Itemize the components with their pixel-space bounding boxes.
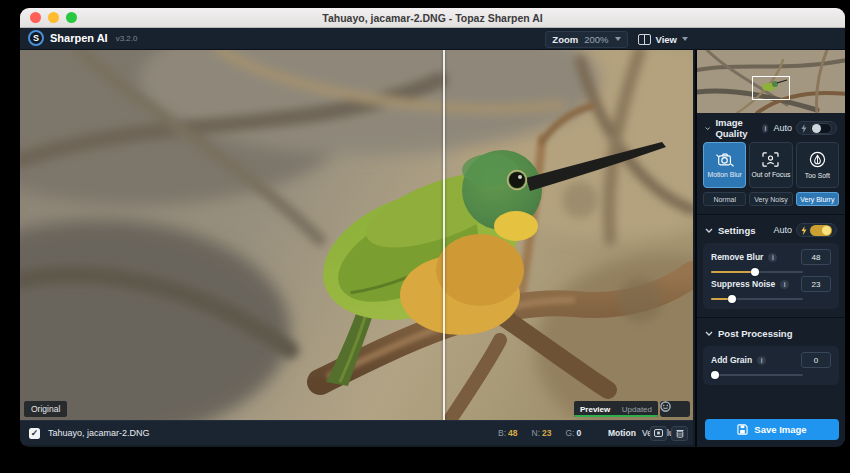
post-processing-card: Add Grain i 0 <box>703 346 839 385</box>
slider-thumb[interactable] <box>751 268 759 276</box>
lightning-icon <box>801 124 807 133</box>
image-quality-auto-toggle[interactable] <box>796 121 837 135</box>
minimize-window-button[interactable] <box>48 12 59 23</box>
view-label: View <box>656 34 677 45</box>
info-icon[interactable]: i <box>762 124 768 133</box>
close-window-button[interactable] <box>30 12 41 23</box>
app-name: Sharpen AI <box>50 32 108 44</box>
remove-blur-slider: Remove Blur i 48 <box>711 250 831 273</box>
titlebar: Tahuayo, jacamar-2.DNG - Topaz Sharpen A… <box>20 8 845 28</box>
app-toolbar: S Sharpen AI v3.2.0 Zoom 200% View <box>20 28 845 50</box>
photo-jacamar <box>20 50 693 420</box>
window-title: Tahuayo, jacamar-2.DNG - Topaz Sharpen A… <box>20 12 845 24</box>
chip-very-noisy[interactable]: Very Noisy <box>749 192 792 206</box>
auto-label: Auto <box>773 123 792 133</box>
add-grain-value[interactable]: 0 <box>801 352 831 368</box>
play-box-icon <box>654 429 663 437</box>
navigator-thumbnail[interactable] <box>697 50 845 113</box>
split-view-icon <box>638 34 651 45</box>
remove-blur-value[interactable]: 48 <box>801 249 831 265</box>
toggle-switch[interactable] <box>810 123 832 134</box>
droplet-circle-icon <box>809 151 826 168</box>
section-divider <box>697 214 845 215</box>
file-list-bar: ✓ Tahuayo, jacamar-2.DNG B:48 N:23 G:0 M… <box>20 420 693 445</box>
photo-canvas[interactable]: Original Preview Updated <box>20 50 693 420</box>
chevron-down-icon <box>682 37 688 41</box>
traffic-lights <box>30 12 77 23</box>
quality-chips: Normal Very Noisy Very Blurry <box>703 192 839 206</box>
chevron-down-icon <box>705 331 713 336</box>
camera-motion-icon <box>716 152 734 167</box>
settings-card: Remove Blur i 48 Suppress Noise i 23 <box>703 243 839 309</box>
delete-file-button[interactable] <box>671 426 688 441</box>
info-icon[interactable]: i <box>780 280 789 289</box>
original-label: Original <box>24 401 67 417</box>
suppress-noise-track[interactable] <box>711 298 803 300</box>
settings-title: Settings <box>718 225 755 236</box>
image-quality-header[interactable]: Image Quality i Auto <box>705 120 837 136</box>
zoom-label: Zoom <box>552 34 578 45</box>
chip-very-blurry[interactable]: Very Blurry <box>796 192 839 206</box>
file-name: Tahuayo, jacamar-2.DNG <box>48 428 150 438</box>
mode-motion-blur[interactable]: Motion Blur <box>703 142 746 188</box>
chevron-down-icon <box>615 37 621 41</box>
trash-icon <box>676 429 684 438</box>
app-logo-icon: S <box>28 30 44 46</box>
preview-progress-bar <box>574 415 658 417</box>
app-window: Tahuayo, jacamar-2.DNG - Topaz Sharpen A… <box>20 8 845 447</box>
zoom-control[interactable]: Zoom 200% <box>545 31 627 48</box>
auto-label: Auto <box>773 225 792 235</box>
save-image-button[interactable]: Save Image <box>705 419 839 440</box>
save-image-label: Save Image <box>754 424 806 435</box>
settings-header[interactable]: Settings Auto <box>705 222 837 238</box>
suppress-noise-slider: Suppress Noise i 23 <box>711 277 831 300</box>
settings-auto-toggle[interactable] <box>796 223 837 237</box>
add-grain-slider: Add Grain i 0 <box>711 353 831 376</box>
zoom-value[interactable]: 200% <box>584 34 608 45</box>
section-divider <box>697 317 845 318</box>
image-quality-title: Image Quality <box>715 117 757 139</box>
mode-out-of-focus[interactable]: Out of Focus <box>749 142 792 188</box>
app-version: v3.2.0 <box>116 34 138 43</box>
suppress-noise-value[interactable]: 23 <box>801 276 831 292</box>
app-brand: S Sharpen AI v3.2.0 <box>28 30 137 46</box>
navigator-viewport[interactable] <box>752 76 790 100</box>
sad-face-icon[interactable] <box>660 401 671 412</box>
slider-thumb[interactable] <box>711 371 719 379</box>
chip-normal[interactable]: Normal <box>703 192 746 206</box>
slider-thumb[interactable] <box>728 295 736 303</box>
preview-toggle-button[interactable] <box>650 426 667 441</box>
focus-person-icon <box>762 152 779 167</box>
compare-split-line[interactable] <box>443 50 445 420</box>
feedback-buttons <box>660 401 690 417</box>
zoom-window-button[interactable] <box>66 12 77 23</box>
lightning-icon <box>801 226 807 235</box>
preview-label: Preview <box>580 405 610 414</box>
stat-grain: G:0 <box>565 428 581 438</box>
info-icon[interactable]: i <box>768 253 777 262</box>
stat-noise: N:23 <box>532 428 552 438</box>
file-checkbox[interactable]: ✓ <box>29 428 40 439</box>
file-stats: B:48 N:23 G:0 <box>498 428 581 438</box>
save-icon <box>737 424 748 435</box>
chevron-down-icon <box>705 228 713 233</box>
preview-status: Updated <box>622 405 652 414</box>
stat-blur: B:48 <box>498 428 518 438</box>
preview-status-chip: Preview Updated <box>574 401 658 417</box>
file-mode: Motion <box>608 428 636 438</box>
right-panel: Image Quality i Auto Motion Blur <box>695 50 845 447</box>
post-processing-title: Post Processing <box>718 328 792 339</box>
info-icon[interactable]: i <box>757 356 766 365</box>
blur-mode-buttons: Motion Blur Out of Focus <box>703 142 839 188</box>
post-processing-header[interactable]: Post Processing <box>705 325 837 341</box>
chevron-down-icon <box>705 126 710 131</box>
view-control[interactable]: View <box>638 34 688 45</box>
mode-too-soft[interactable]: Too Soft <box>796 142 839 188</box>
remove-blur-track[interactable] <box>711 271 803 273</box>
add-grain-track[interactable] <box>711 374 803 376</box>
toggle-switch[interactable] <box>810 225 832 236</box>
